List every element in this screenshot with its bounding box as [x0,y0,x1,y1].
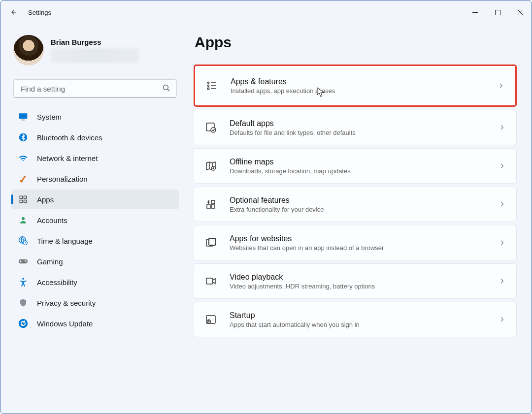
svg-point-17 [208,82,209,84]
svg-point-9 [22,217,25,220]
chevron-right-icon [499,124,505,131]
svg-point-18 [208,85,209,87]
chevron-right-icon [499,162,505,169]
nav-item-label: System [37,113,62,121]
sidebar-item-bluetooth-devices[interactable]: Bluetooth & devices [11,127,179,147]
svg-rect-25 [211,205,215,208]
gamepad-icon [18,256,28,266]
svg-point-16 [19,319,28,328]
card-text: Startup Apps that start automatically wh… [230,311,486,328]
sidebar-item-accessibility[interactable]: Accessibility [11,272,179,292]
bluetooth-icon [18,132,28,142]
titlebar: Settings [0,0,532,24]
content-area: Brian Burgess System Bluetooth & devices… [0,24,532,414]
chevron-right-icon [498,82,504,89]
accessibility-icon [18,277,28,287]
card-title: Video playback [230,273,486,282]
nav-item-label: Gaming [37,257,63,266]
arrow-left-icon [9,8,18,17]
chevron-right-icon [499,201,505,208]
wifi-icon [18,153,28,163]
avatar [13,35,44,65]
close-button[interactable] [509,4,532,20]
sidebar-item-accounts[interactable]: Accounts [11,210,179,230]
chevron-right-icon [499,278,505,285]
nav-item-label: Time & language [37,237,93,245]
back-button[interactable] [6,5,20,19]
card-subtitle: Extra functionality for your device [230,206,486,213]
svg-rect-27 [209,238,216,245]
card-title: Optional features [230,196,486,205]
chevron-right-icon [499,239,505,246]
card-default-apps[interactable]: Default apps Defaults for file and link … [194,110,517,145]
page-title: Apps [195,34,517,51]
sidebar-item-system[interactable]: System [11,107,179,127]
sidebar-item-gaming[interactable]: Gaming [11,252,179,271]
sidebar-item-windows-update[interactable]: Windows Update [11,314,179,333]
chevron-right-icon [499,316,505,323]
window-controls [464,4,532,20]
maximize-button[interactable] [486,4,509,20]
card-apps-features[interactable]: Apps & features Installed apps, app exec… [194,64,517,107]
default-app-icon [205,122,217,133]
card-text: Default apps Defaults for file and link … [230,119,486,136]
search-icon [162,84,171,93]
svg-rect-23 [211,200,215,204]
svg-rect-0 [495,10,500,15]
search-input[interactable] [13,79,177,98]
card-offline-maps[interactable]: Offline maps Downloads, storage location… [194,148,517,184]
card-title: Apps for websites [230,234,486,243]
card-subtitle: Video adjustments, HDR streaming, batter… [230,283,486,290]
card-subtitle: Websites that can open in an app instead… [230,244,486,252]
card-text: Optional features Extra functionality fo… [230,196,486,213]
card-subtitle: Installed apps, app execution aliases [231,87,485,95]
card-subtitle: Defaults for file and link types, other … [230,129,486,136]
sidebar-item-network-internet[interactable]: Network & internet [11,148,179,168]
brush-icon [18,174,28,184]
svg-point-13 [25,260,26,261]
svg-rect-5 [20,196,22,198]
nav-item-label: Windows Update [37,319,93,328]
card-subtitle: Downloads, storage location, map updates [230,167,486,175]
map-icon [205,160,217,172]
shield-icon [18,298,28,308]
apps-icon [18,194,28,204]
card-title: Startup [230,311,486,320]
svg-rect-19 [208,88,209,90]
svg-point-1 [164,85,168,90]
nav-item-label: Privacy & security [37,299,96,307]
card-title: Offline maps [230,158,486,166]
card-text: Apps & features Installed apps, app exec… [231,77,485,95]
maximize-icon [495,10,500,15]
sidebar-item-time-language[interactable]: Time & language [11,231,179,251]
profile-section[interactable]: Brian Burgess [11,33,179,70]
svg-rect-7 [20,200,22,203]
profile-name: Brian Burgess [51,38,139,46]
app-title: Settings [28,9,51,16]
nav-item-label: Bluetooth & devices [37,133,102,142]
sidebar-item-privacy-security[interactable]: Privacy & security [11,293,179,313]
sidebar: Brian Burgess System Bluetooth & devices… [11,33,179,409]
card-apps-for-websites[interactable]: Apps for websites Websites that can open… [194,225,517,260]
nav-item-label: Accounts [37,216,67,224]
profile-email-redacted [51,48,139,63]
sidebar-item-personalization[interactable]: Personalization [11,169,179,189]
sidebar-item-apps[interactable]: Apps [11,190,179,209]
card-text: Video playback Video adjustments, HDR st… [230,273,486,290]
minimize-button[interactable] [464,4,486,20]
card-title: Apps & features [231,77,485,86]
nav-item-label: Personalization [37,175,88,183]
nav-item-label: Apps [37,195,54,204]
svg-rect-24 [207,205,210,208]
card-optional-features[interactable]: Optional features Extra functionality fo… [194,187,517,222]
card-title: Default apps [230,119,486,128]
svg-point-21 [211,127,216,132]
nav-item-label: Accessibility [37,278,77,287]
svg-rect-2 [19,113,28,119]
main-pane: Apps Apps & features Installed apps, app… [194,33,517,409]
close-icon [517,9,523,15]
card-startup[interactable]: Startup Apps that start automatically wh… [194,302,517,337]
card-video-playback[interactable]: Video playback Video adjustments, HDR st… [194,263,517,299]
person-icon [18,215,28,225]
svg-rect-29 [206,278,213,284]
